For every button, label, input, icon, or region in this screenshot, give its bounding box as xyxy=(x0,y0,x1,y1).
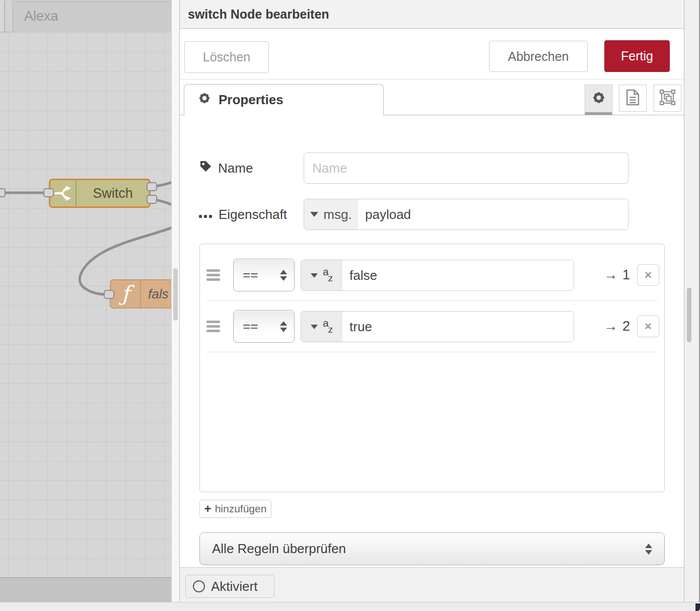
select-arrows-icon xyxy=(280,270,287,281)
function-input-port[interactable] xyxy=(104,290,114,299)
rule-2-value-group: a z xyxy=(301,311,574,342)
string-type-icon: a z xyxy=(322,267,333,284)
rule-1-operator-select[interactable]: == xyxy=(233,259,295,291)
switch-output-port-2[interactable] xyxy=(147,195,157,204)
plus-icon: + xyxy=(204,503,212,515)
dialog-footer: Aktiviert xyxy=(180,567,684,602)
rule-1-operator: == xyxy=(243,267,258,283)
document-icon xyxy=(626,89,640,108)
rule-2-type-dropdown[interactable]: a z xyxy=(301,312,342,342)
dialog-header: switch Node bearbeiten xyxy=(180,0,684,29)
button-row-separator xyxy=(180,79,684,80)
delete-button[interactable]: Löschen xyxy=(184,41,269,73)
canvas-scrollbar xyxy=(171,0,179,602)
edit-properties-button[interactable] xyxy=(585,85,612,115)
rule-1-drag-handle[interactable] xyxy=(206,269,220,283)
switch-node-label: Switch xyxy=(77,186,149,201)
switch-output-port-1[interactable] xyxy=(147,182,157,191)
edit-appearance-button[interactable] xyxy=(654,85,681,112)
function-glyph: ƒ xyxy=(121,283,129,304)
add-rule-button[interactable]: + hinzufügen xyxy=(199,500,271,518)
rule-separator xyxy=(206,352,658,352)
done-button[interactable]: Fertig xyxy=(604,40,670,72)
rule-2-operator: == xyxy=(243,319,258,334)
rules-container: == a z → 1 ✕ xyxy=(199,244,665,492)
rule-2-value-input[interactable] xyxy=(342,312,574,342)
switch-input-port[interactable] xyxy=(43,188,54,197)
arrow-right-icon: → xyxy=(604,319,617,334)
select-arrows-icon xyxy=(280,321,287,332)
function-node-label: fals xyxy=(141,286,168,302)
enabled-toggle-button[interactable]: Aktiviert xyxy=(185,575,274,598)
select-arrows-icon xyxy=(645,544,652,555)
name-input[interactable] xyxy=(304,152,628,184)
rule-separator xyxy=(206,300,658,301)
tab-properties-label: Properties xyxy=(219,92,284,108)
window-corner xyxy=(695,603,700,611)
circle-icon xyxy=(193,580,205,592)
property-type-dropdown[interactable]: msg. xyxy=(304,199,358,230)
rule-1-value-input[interactable] xyxy=(342,260,574,290)
property-input-group: msg. xyxy=(304,199,628,230)
add-rule-label: hinzufügen xyxy=(215,503,267,515)
arrow-right-icon: → xyxy=(604,267,617,283)
rule-mode-value: Alle Regeln überprüfen xyxy=(212,541,346,557)
chevron-down-icon xyxy=(310,212,318,217)
rule-2-output: → 2 xyxy=(604,310,630,343)
name-label: Name xyxy=(218,161,253,176)
node-red-app: Alexa Switch ƒ fals xyxy=(0,0,700,611)
page-scrollbar xyxy=(684,0,700,602)
chevron-down-icon xyxy=(311,325,318,329)
switch-icon xyxy=(50,180,77,206)
gear-icon xyxy=(591,90,606,107)
rule-1-output-number: 1 xyxy=(622,267,630,283)
rule-mode-select[interactable]: Alle Regeln überprüfen xyxy=(199,532,665,565)
edit-switch-dialog: switch Node bearbeiten Löschen Abbrechen… xyxy=(179,0,684,602)
chevron-down-icon xyxy=(311,273,318,278)
string-type-icon: a z xyxy=(322,318,333,335)
dialog-title: switch Node bearbeiten xyxy=(180,0,684,29)
canvas-scrollbar-thumb[interactable] xyxy=(173,268,178,321)
rule-1-type-dropdown[interactable]: a z xyxy=(301,260,342,290)
tab-properties[interactable]: Properties xyxy=(184,84,384,115)
rule-1-value-group: a z xyxy=(301,260,574,291)
rule-2-operator-select[interactable]: == xyxy=(233,310,295,343)
function-icon: ƒ xyxy=(111,280,141,308)
property-label-row: Eigenschaft xyxy=(199,199,287,230)
rule-2-drag-handle[interactable] xyxy=(206,321,220,334)
property-label: Eigenschaft xyxy=(219,207,287,222)
rule-2-output-number: 2 xyxy=(622,319,630,334)
property-prefix-label: msg. xyxy=(323,207,352,222)
tag-icon xyxy=(199,160,212,176)
enabled-label: Aktiviert xyxy=(211,579,257,594)
switch-node[interactable]: Switch xyxy=(49,179,151,208)
name-label-row: Name xyxy=(199,152,253,184)
property-input[interactable] xyxy=(358,199,628,230)
page-scrollbar-thumb[interactable] xyxy=(687,288,691,342)
rule-1-output: → 1 xyxy=(604,259,630,291)
edit-description-button[interactable] xyxy=(619,85,647,112)
flow-canvas[interactable]: Alexa Switch ƒ fals xyxy=(0,0,171,602)
cancel-button[interactable]: Abbrechen xyxy=(489,41,588,72)
function-node[interactable]: ƒ fals xyxy=(110,279,171,309)
bottom-strip xyxy=(0,602,700,611)
ellipsis-icon xyxy=(199,207,213,222)
wire-source-port[interactable] xyxy=(0,188,6,197)
gear-icon xyxy=(197,91,212,109)
appearance-icon xyxy=(660,90,675,107)
rule-2-remove-button[interactable]: ✕ xyxy=(637,316,659,337)
rule-1-remove-button[interactable]: ✕ xyxy=(637,264,659,286)
